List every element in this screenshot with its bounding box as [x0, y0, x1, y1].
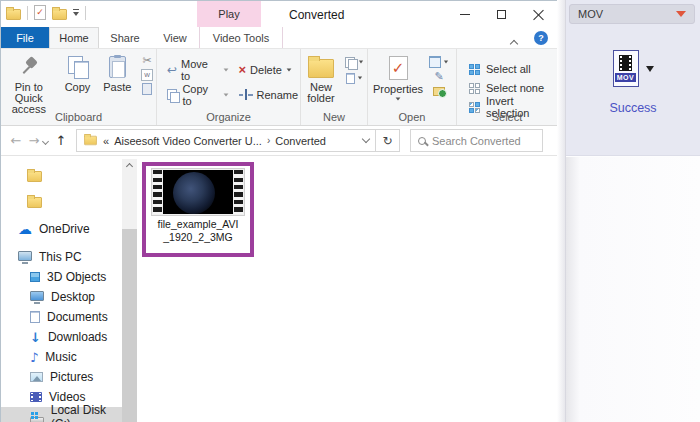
properties-qat-button[interactable]: ✓ [34, 5, 46, 20]
properties-button[interactable]: ✓ Properties [372, 53, 424, 101]
refresh-button[interactable]: ↻ [376, 129, 400, 152]
new-item-button[interactable] [345, 55, 364, 69]
sidebar-item-label: OneDrive [39, 222, 90, 236]
easy-access-button[interactable] [346, 71, 363, 85]
tab-video-tools[interactable]: Video Tools [199, 27, 283, 48]
separator [85, 6, 86, 20]
window-controls [446, 1, 557, 27]
folder-icon [84, 136, 97, 145]
copy-button[interactable]: Copy [59, 53, 97, 115]
window-title: Converted [289, 8, 344, 22]
group-label: Clipboard [1, 111, 156, 123]
cube-icon [30, 272, 40, 282]
forward-button[interactable]: → [25, 134, 43, 147]
chevron-down-icon [223, 93, 228, 96]
sidebar-item-label: Documents [47, 310, 108, 324]
rename-button[interactable]: Rename [239, 84, 301, 105]
paste-shortcut-button[interactable] [142, 83, 152, 95]
onedrive-cloud-icon: ☁ [18, 222, 32, 236]
sidebar-item-label: Pictures [50, 370, 93, 384]
move-to-icon: ↩ [167, 64, 177, 76]
app-folder-icon[interactable] [6, 9, 21, 20]
check-icon: ✓ [36, 8, 44, 17]
chevron-up-icon [126, 163, 133, 170]
recent-locations-chevron[interactable] [42, 138, 49, 145]
tab-file[interactable]: File [1, 27, 49, 48]
help-button[interactable]: ? [534, 31, 548, 45]
minimize-button[interactable] [446, 1, 483, 27]
video-file-item[interactable]: file_example_AVI _1920_2_3MG [142, 162, 254, 257]
close-icon [533, 9, 544, 20]
file-dropdown-arrow-icon[interactable] [646, 66, 654, 72]
breadcrumb-overflow[interactable]: « [103, 135, 109, 147]
group-label: Open [368, 111, 456, 123]
copy-to-icon [167, 89, 178, 101]
select-all-button[interactable]: Select all [469, 60, 557, 78]
maximize-icon [497, 10, 506, 19]
chevron-down-icon [223, 68, 228, 71]
delete-button[interactable]: × Delete [239, 59, 301, 80]
tab-share[interactable]: Share [99, 27, 151, 48]
up-button[interactable]: ↑ [52, 134, 70, 147]
chevron-down-icon [444, 61, 448, 64]
move-to-button[interactable]: ↩ Move to [167, 59, 229, 80]
tab-view[interactable]: View [151, 27, 199, 48]
computer-icon [18, 251, 32, 261]
sidebar-item-documents[interactable]: Documents [1, 307, 122, 327]
button-label: folder [307, 92, 335, 104]
sidebar-item-folder[interactable] [1, 191, 122, 211]
paste-button[interactable]: Paste [98, 53, 136, 115]
sidebar-item-music[interactable]: ♪ Music [1, 347, 122, 367]
copy-path-button[interactable]: W [141, 69, 153, 81]
address-dropdown-chevron[interactable] [362, 135, 370, 143]
tab-home[interactable]: Home [49, 27, 99, 48]
maximize-button[interactable] [483, 1, 520, 27]
window-gap [557, 0, 565, 422]
sidebar-item-downloads[interactable]: ↓ Downloads [1, 327, 122, 347]
breadcrumb-item-current[interactable]: Converted [275, 135, 326, 147]
button-label: Copy to [182, 83, 218, 107]
sidebar-item-local-disk-c[interactable]: Local Disk (C:) [1, 407, 122, 422]
filmstrip-holes [153, 170, 162, 214]
history-button[interactable] [433, 87, 445, 96]
scrollbar-up-button[interactable] [122, 159, 137, 174]
cut-button[interactable]: ✂ [142, 55, 151, 67]
breadcrumb-item-parent[interactable]: Aiseesoft Video Converter U... [114, 135, 262, 147]
film-icon [30, 392, 42, 402]
chevron-down-icon [358, 61, 362, 64]
sidebar-item-pictures[interactable]: Pictures [1, 367, 122, 387]
group-label: Select [457, 111, 557, 123]
button-label: Select all [486, 63, 531, 75]
copy-to-button[interactable]: Copy to [167, 84, 229, 105]
copy-path-icon: W [144, 72, 150, 78]
output-format-dropdown[interactable]: MOV [569, 4, 695, 24]
converter-panel-top: MOV MOV Success [566, 0, 700, 156]
new-folder-qat-button[interactable] [52, 9, 67, 20]
contextual-tab-header: Play [197, 1, 261, 27]
title-bar: ✓ Play Converted [1, 1, 557, 27]
sidebar-item-this-pc[interactable]: This PC [1, 247, 122, 267]
back-button[interactable]: ← [7, 134, 25, 147]
breadcrumb: « Aiseesoft Video Converter U... › Conve… [76, 129, 376, 152]
mov-file-icon[interactable]: MOV [613, 50, 639, 87]
folder-icon [27, 197, 42, 208]
search-input[interactable] [432, 135, 532, 147]
button-label: Properties [373, 84, 423, 95]
chevron-down-icon [396, 97, 401, 100]
new-folder-button[interactable]: New folder [302, 53, 340, 104]
desktop-monitor-icon [30, 291, 44, 301]
edit-button[interactable]: ✎ [434, 71, 443, 83]
customize-qat-button[interactable] [73, 9, 79, 16]
sidebar-item-3d-objects[interactable]: 3D Objects [1, 267, 122, 287]
picture-icon [30, 372, 43, 382]
converter-panel-body [566, 157, 700, 422]
pin-to-quick-access-button[interactable]: Pin to Quick access [1, 53, 57, 115]
sidebar-item-onedrive[interactable]: ☁ OneDrive [1, 219, 122, 239]
close-button[interactable] [520, 1, 557, 27]
scrollbar-thumb[interactable] [122, 229, 137, 422]
sidebar-item-folder[interactable] [1, 165, 122, 185]
sidebar-item-desktop[interactable]: Desktop [1, 287, 122, 307]
chevron-down-icon [73, 12, 79, 16]
group-label: Organize [157, 111, 300, 123]
open-dropdown-button[interactable] [429, 55, 449, 69]
